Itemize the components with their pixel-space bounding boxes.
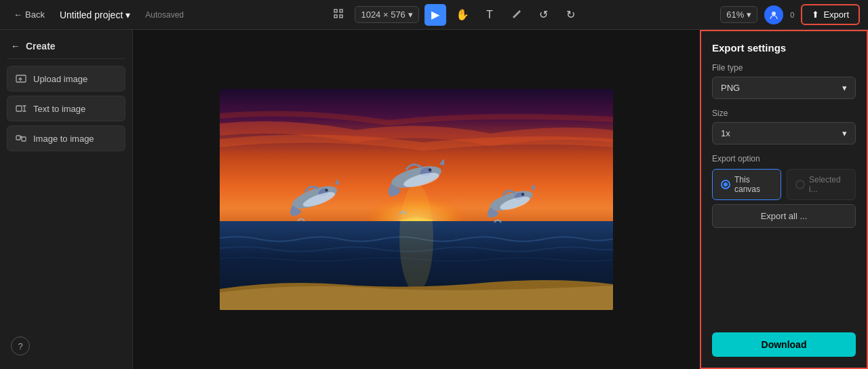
export-option-label: Export option	[712, 154, 856, 163]
export-button[interactable]: ⬆ Export	[801, 4, 860, 25]
size-label: Size	[712, 109, 856, 118]
create-label: Create	[26, 41, 56, 52]
text-icon: T	[486, 9, 493, 21]
text-tool-button[interactable]: T	[479, 4, 500, 26]
move-tool-button[interactable]: ✋	[452, 4, 473, 26]
canvas-area[interactable]	[133, 30, 700, 369]
select-tool-button[interactable]: ▶	[425, 4, 446, 26]
collab-avatar	[764, 5, 783, 24]
file-type-select[interactable]: PNG ▾	[712, 77, 856, 99]
selected-radio-dot	[795, 180, 805, 189]
sidebar-header: ← Create	[7, 38, 125, 59]
pen-icon	[511, 8, 522, 22]
help-button[interactable]: ?	[11, 336, 30, 355]
help-icon: ?	[18, 341, 22, 351]
back-button[interactable]: ← Back	[8, 7, 50, 22]
undo-icon: ↺	[539, 8, 548, 21]
topbar-right: 61% ▾ 0 ⬆ Export	[720, 4, 860, 25]
file-type-chevron: ▾	[842, 83, 847, 93]
export-panel: Export settings File type PNG ▾ Size 1x …	[700, 30, 868, 369]
canvas-size-display[interactable]: 1024 × 576 ▾	[355, 6, 418, 23]
svg-rect-0	[334, 9, 337, 12]
zoom-chevron: ▾	[747, 9, 751, 20]
main-area: ← Create Upload image Text to image	[0, 30, 868, 369]
export-option-group: Export option This canvas Selected i... …	[712, 154, 856, 228]
svg-rect-3	[340, 15, 342, 18]
this-canvas-radio-dot	[721, 180, 730, 189]
redo-icon: ↻	[566, 8, 575, 21]
svg-rect-1	[340, 9, 342, 12]
sidebar: ← Create Upload image Text to image	[0, 30, 133, 369]
svg-rect-6	[16, 106, 22, 111]
zoom-value: 61%	[726, 9, 744, 20]
select-icon: ▶	[431, 8, 439, 21]
export-all-label: Export all ...	[761, 211, 808, 221]
svg-point-4	[772, 12, 776, 16]
this-canvas-option[interactable]: This canvas	[712, 169, 781, 200]
pen-tool-button[interactable]	[506, 4, 528, 26]
selected-option[interactable]: Selected i...	[787, 169, 856, 200]
svg-point-13	[399, 184, 433, 292]
size-group: Size 1x ▾	[712, 109, 856, 144]
zoom-control[interactable]: 61% ▾	[720, 6, 757, 23]
project-chevron-icon: ▾	[125, 9, 130, 20]
download-button[interactable]: Download	[712, 332, 856, 357]
undo-button[interactable]: ↺	[533, 4, 555, 26]
create-arrow-icon: ←	[11, 41, 20, 52]
canvas-size-chevron: ▾	[408, 9, 413, 20]
collab-count: 0	[790, 11, 794, 19]
text-to-image-label: Text to image	[33, 104, 85, 114]
autosaved-label: Autosaved	[140, 10, 189, 20]
svg-rect-8	[22, 137, 26, 141]
canvas-size-text: 1024 × 576	[361, 9, 405, 20]
export-panel-title: Export settings	[712, 42, 856, 54]
sidebar-footer: ?	[7, 331, 125, 361]
project-name-text: Untitled project	[60, 9, 123, 20]
svg-rect-2	[334, 15, 337, 18]
topbar-left: ← Back Untitled project ▾ Autosaved	[8, 7, 189, 23]
frame-tool-button[interactable]	[328, 4, 349, 26]
file-type-group: File type PNG ▾	[712, 63, 856, 99]
canvas-image	[220, 89, 613, 310]
image-to-image-label: Image to image	[33, 134, 94, 144]
back-icon: ←	[14, 9, 22, 20]
project-name[interactable]: Untitled project ▾	[56, 7, 134, 23]
file-type-label: File type	[712, 63, 856, 73]
export-icon: ⬆	[812, 9, 819, 20]
topbar: ← Back Untitled project ▾ Autosaved 1024…	[0, 0, 868, 30]
export-label: Export	[823, 9, 849, 20]
upload-image-button[interactable]: Upload image	[7, 66, 125, 92]
text-to-image-icon	[16, 103, 26, 114]
file-type-value: PNG	[721, 83, 740, 93]
export-radio-group: This canvas Selected i...	[712, 169, 856, 200]
export-all-button[interactable]: Export all ...	[712, 204, 856, 228]
svg-rect-7	[16, 136, 20, 140]
download-label: Download	[762, 339, 807, 350]
topbar-center: 1024 × 576 ▾ ▶ ✋ T ↺ ↻	[195, 4, 715, 26]
size-select[interactable]: 1x ▾	[712, 122, 856, 144]
this-canvas-label: This canvas	[734, 175, 772, 194]
upload-image-icon	[16, 73, 26, 84]
move-icon: ✋	[456, 8, 469, 21]
upload-image-label: Upload image	[33, 74, 87, 84]
redo-button[interactable]: ↻	[560, 4, 582, 26]
back-label: Back	[25, 9, 45, 20]
image-to-image-icon	[16, 133, 26, 144]
selected-label: Selected i...	[809, 175, 847, 194]
size-chevron: ▾	[842, 128, 847, 138]
image-to-image-button[interactable]: Image to image	[7, 125, 125, 151]
text-to-image-button[interactable]: Text to image	[7, 96, 125, 121]
frame-icon	[333, 8, 344, 22]
size-value: 1x	[721, 128, 730, 138]
